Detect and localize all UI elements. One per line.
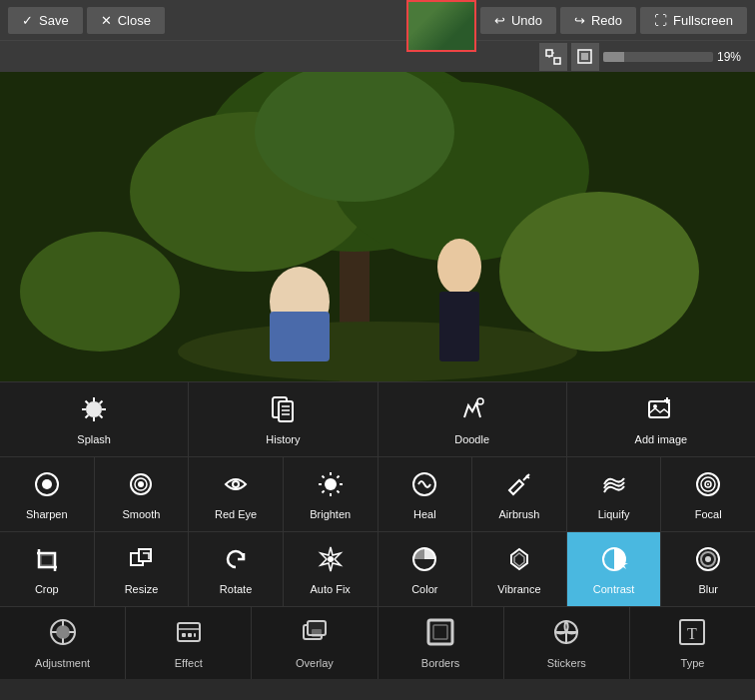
save-button[interactable]: ✓ Save <box>8 7 83 34</box>
tool-contrast[interactable]: Contrast <box>567 532 662 606</box>
splash-label: Splash <box>77 433 111 445</box>
airbrush-icon <box>505 470 533 504</box>
svg-line-27 <box>86 415 89 418</box>
zoom-original-button[interactable] <box>571 43 599 71</box>
redo-label: Redo <box>591 13 622 28</box>
vibrance-icon <box>505 545 533 579</box>
contrast-label: Contrast <box>593 583 635 595</box>
svg-rect-88 <box>433 625 447 639</box>
tool-blur[interactable]: Blur <box>661 532 755 606</box>
tool-rotate[interactable]: Rotate <box>189 532 284 606</box>
svg-rect-1 <box>554 58 560 64</box>
svg-line-25 <box>100 415 103 418</box>
smooth-icon <box>127 470 155 504</box>
category-effect[interactable]: Effect <box>126 607 252 679</box>
tool-resize[interactable]: Resize <box>95 532 190 606</box>
tool-heal[interactable]: Heal <box>378 457 473 531</box>
svg-point-46 <box>325 478 337 490</box>
svg-point-65 <box>328 556 334 562</box>
auto-fix-icon <box>317 545 345 579</box>
brighten-label: Brighten <box>310 508 351 520</box>
fullscreen-button[interactable]: ⛶ Fullscreen <box>640 7 747 34</box>
undo-button[interactable]: ↩ Undo <box>480 7 556 34</box>
second-toolbar: 19% <box>0 40 755 72</box>
category-stickers[interactable]: Stickers <box>504 607 630 679</box>
tool-doodle[interactable]: Doodle <box>378 382 567 456</box>
sharpen-icon <box>33 470 61 504</box>
doodle-icon <box>458 395 486 429</box>
redo-icon: ↪ <box>574 13 585 28</box>
close-button[interactable]: ✕ Close <box>87 7 165 34</box>
svg-rect-35 <box>649 401 669 417</box>
overlay-label: Overlay <box>296 657 334 669</box>
svg-text:T: T <box>688 625 698 642</box>
resize-icon <box>127 545 155 579</box>
redo-button[interactable]: ↪ Redo <box>560 7 636 34</box>
svg-rect-77 <box>51 631 57 633</box>
tool-splash[interactable]: Splash <box>0 382 189 456</box>
tool-color[interactable]: Color <box>378 532 473 606</box>
close-icon: ✕ <box>101 13 112 28</box>
svg-point-43 <box>138 481 144 487</box>
tool-liquify[interactable]: Liquify <box>567 457 662 531</box>
sharpen-label: Sharpen <box>26 508 68 520</box>
svg-rect-29 <box>279 401 293 421</box>
rotate-label: Rotate <box>220 583 252 595</box>
category-type[interactable]: T Type <box>630 607 755 679</box>
svg-rect-79 <box>178 623 200 641</box>
crop-icon <box>33 545 61 579</box>
tool-focal[interactable]: Focal <box>661 457 755 531</box>
vibrance-label: Vibrance <box>497 583 540 595</box>
resize-label: Resize <box>125 583 159 595</box>
tool-crop[interactable]: Crop <box>0 532 95 606</box>
liquify-icon <box>600 470 628 504</box>
undo-icon: ↩ <box>494 13 505 28</box>
brighten-icon <box>317 470 345 504</box>
undo-label: Undo <box>511 13 542 28</box>
focal-label: Focal <box>695 508 722 520</box>
tools-section: Splash History D <box>0 381 755 606</box>
overlay-icon <box>300 617 330 653</box>
category-overlay[interactable]: Overlay <box>252 607 378 679</box>
zoom-fit-icon <box>545 49 561 65</box>
tool-smooth[interactable]: Smooth <box>95 457 190 531</box>
heal-icon <box>410 470 438 504</box>
auto-fix-label: Auto Fix <box>311 583 351 595</box>
zoom-bar-container: 19% <box>603 50 747 64</box>
tool-brighten[interactable]: Brighten <box>284 457 378 531</box>
svg-point-18 <box>20 232 180 351</box>
category-adjustment[interactable]: Adjustment <box>0 607 126 679</box>
close-label: Close <box>118 13 151 28</box>
svg-line-52 <box>337 490 339 492</box>
fullscreen-label: Fullscreen <box>673 13 733 28</box>
focal-icon <box>694 470 722 504</box>
svg-rect-0 <box>546 50 552 56</box>
svg-line-24 <box>86 401 89 404</box>
borders-icon <box>425 617 455 653</box>
tools-row-2: Sharpen Smooth Red Eye <box>0 456 755 531</box>
tool-sharpen[interactable]: Sharpen <box>0 457 95 531</box>
svg-point-74 <box>56 625 70 639</box>
tool-auto-fix[interactable]: Auto Fix <box>284 532 378 606</box>
zoom-fit-button[interactable] <box>539 43 567 71</box>
tool-history[interactable]: History <box>189 382 378 456</box>
airbrush-label: Airbrush <box>498 508 539 520</box>
svg-rect-83 <box>194 633 196 637</box>
contrast-icon <box>600 545 628 579</box>
save-icon: ✓ <box>22 13 33 28</box>
liquify-label: Liquify <box>598 508 630 520</box>
svg-rect-82 <box>188 633 192 637</box>
tool-airbrush[interactable]: Airbrush <box>472 457 567 531</box>
red-eye-icon <box>222 470 250 504</box>
svg-rect-16 <box>439 292 479 361</box>
tool-red-eye[interactable]: Red Eye <box>189 457 284 531</box>
zoom-percent: 19% <box>717 50 747 64</box>
category-borders[interactable]: Borders <box>378 607 504 679</box>
tool-add-image[interactable]: Add image <box>567 382 755 456</box>
svg-rect-75 <box>62 620 64 626</box>
effect-icon <box>174 617 204 653</box>
thumbnail <box>406 0 476 52</box>
tool-vibrance[interactable]: Vibrance <box>472 532 567 606</box>
zoom-bar[interactable] <box>603 52 713 62</box>
fullscreen-icon: ⛶ <box>654 13 667 28</box>
